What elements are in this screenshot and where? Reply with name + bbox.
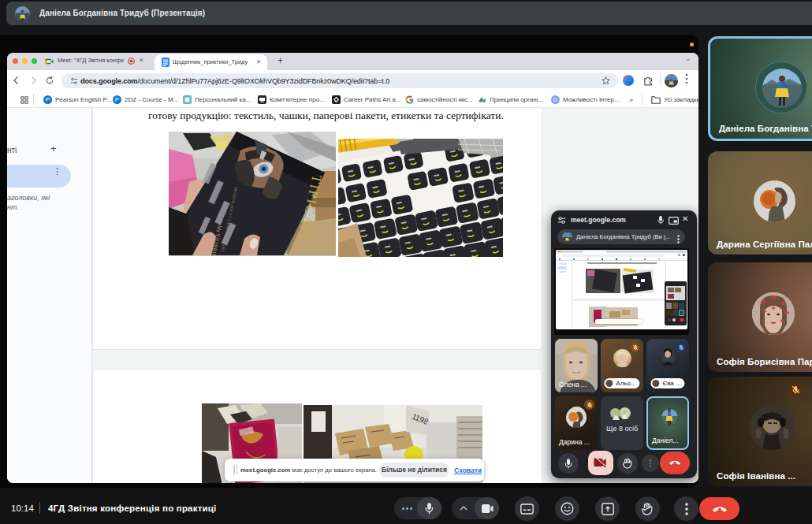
svg-text:P: P [46,96,50,103]
svg-text:P: P [115,96,119,103]
